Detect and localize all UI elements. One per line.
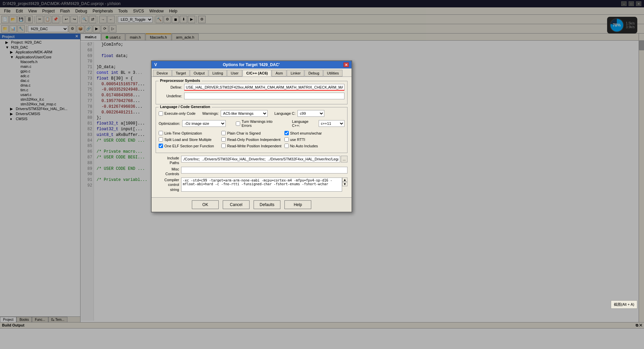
read-only-label: Read-Only Position Independent [227,138,280,142]
language-section: Language / Code Generation Execute-only … [156,107,347,153]
dialog-title-bar: V Options for Target 'f429_DAC' ✕ [152,61,352,68]
lang-row2: Optimization: -Oz image size Turn Warnin… [159,119,344,128]
warnings-label: Warnings: [202,111,219,115]
split-load-check[interactable] [159,137,163,142]
lang-c-group: Language C: c99 [274,110,324,117]
lang-c-select[interactable]: c99 [298,110,324,117]
read-write-label: Read-Write Position Independent [227,144,281,148]
dialog-ok-button[interactable]: OK [192,200,219,209]
optimization-group: Optimization: -Oz image size [159,120,226,127]
include-paths-browse[interactable]: ... [341,156,347,162]
dialog-title-text: Options for Target 'f429_DAC' [223,62,280,67]
include-paths-input[interactable] [181,156,340,162]
undefine-label: Undefine: [159,94,182,98]
dialog-cancel-button[interactable]: Cancel [223,200,250,209]
link-time-check[interactable] [159,131,163,135]
use-rtti-row[interactable]: use RTTI [284,137,344,142]
include-paths-row: IncludePaths ... [156,156,347,165]
no-auto-check[interactable] [284,144,289,148]
one-elf-check[interactable] [159,144,163,148]
warnings-group: Warnings: AC5-like Warnings [202,110,268,117]
lang-cpp-group: Language C++: c++11 [292,119,344,128]
preprocessor-label: Preprocessor Symbols [159,79,202,83]
dialog-tab-listing[interactable]: Listing [209,70,227,77]
link-time-row[interactable]: Link-Time Optimization [159,131,219,135]
short-enums-label: Short enums/wchar [290,131,322,135]
dialog-footer: OK Cancel Defaults Help [152,197,352,212]
dialog-tab-device[interactable]: Device [153,70,172,77]
undefine-row: Undefine: [159,93,344,99]
split-load-label: Split Load and Store Multiple [164,138,212,142]
no-auto-row[interactable]: No Auto Includes [284,144,344,148]
optimization-select[interactable]: -Oz image size [182,120,226,127]
compiler-control-row: Compilercontrolstring -xc -std=c99 -targ… [156,178,347,192]
dialog-close-button[interactable]: ✕ [343,62,349,67]
compiler-control-label: Compilercontrolstring [156,178,179,192]
dialog-defaults-button[interactable]: Defaults [254,200,280,209]
include-paths-label: IncludePaths [156,156,179,165]
dialog-tab-linker[interactable]: Linker [287,70,304,77]
dialog-body: Preprocessor Symbols Define: Undefine: L… [152,77,352,197]
define-label: Define: [159,85,182,89]
read-only-row[interactable]: Read-Only Position Independent [221,137,281,142]
dialog-tab-user[interactable]: User [227,70,242,77]
dialog-tab-debug[interactable]: Debug [305,70,323,77]
one-elf-row[interactable]: One ELF Section per Function [159,144,219,148]
read-write-row[interactable]: Read-Write Position Independent [221,144,281,148]
use-rtti-label: use RTTI [290,138,305,142]
preprocessor-section: Preprocessor Symbols Define: Undefine: [156,81,347,104]
misc-controls-input[interactable] [181,167,347,173]
turn-warnings-row[interactable]: Turn Warnings into Errors [236,119,282,128]
lang-row1: Execute-only Code Warnings: AC5-like War… [159,110,344,117]
language-label: Language / Code Generation [159,105,212,109]
misc-controls-label: MiscControls [156,167,179,177]
misc-controls-row: MiscControls [156,167,347,177]
one-elf-label: One ELF Section per Function [164,144,214,148]
use-rtti-check[interactable] [284,137,289,142]
define-input[interactable] [184,84,344,91]
dialog-help-button[interactable]: Help [284,200,311,209]
no-auto-label: No Auto Includes [290,144,318,148]
turn-warnings-check[interactable] [236,121,240,126]
plain-char-check[interactable] [221,131,226,135]
undefine-input[interactable] [184,93,344,99]
warnings-select[interactable]: AC5-like Warnings [221,110,268,117]
execute-only-row[interactable]: Execute-only Code [159,111,196,116]
short-enums-row[interactable]: Short enums/wchar [284,131,344,135]
dialog-tab-target[interactable]: Target [172,70,190,77]
dialog-tab-output[interactable]: Output [190,70,208,77]
lang-cpp-select[interactable]: c++11 [319,120,344,127]
optimization-label: Optimization: [159,121,180,126]
modal-overlay: V Options for Target 'f429_DAC' ✕ Device… [0,0,644,349]
short-enums-check[interactable] [284,131,289,135]
link-time-label: Link-Time Optimization [164,131,202,135]
execute-only-label: Execute-only Code [164,111,196,115]
execute-only-check[interactable] [159,111,163,116]
lang-c-label: Language C: [274,111,296,115]
compiler-control-textarea[interactable]: -xc -std=c99 -target=arm-arm-none-eabi -… [181,178,342,192]
dialog-title-icon: V [154,62,157,67]
define-row: Define: [159,84,344,91]
checkbox-grid: Link-Time Optimization Plain Char is Sig… [159,130,344,149]
compiler-scroll-down[interactable]: ▼ [342,182,347,186]
read-only-check[interactable] [221,137,226,142]
lang-cpp-label: Language C++: [292,119,317,128]
dialog-tab-asm[interactable]: Asm [272,70,286,77]
turn-warnings-label: Turn Warnings into Errors [241,119,282,128]
plain-char-row[interactable]: Plain Char is Signed [221,131,281,135]
plain-char-label: Plain Char is Signed [227,131,261,135]
split-load-row[interactable]: Split Load and Store Multiple [159,137,219,142]
compiler-scroll-up[interactable]: ▲ [342,178,347,182]
dialog-tab-ccpp[interactable]: C/C++ (AC6) [243,70,271,77]
compiler-scroll: ▲ ▼ [342,178,347,186]
options-dialog: V Options for Target 'f429_DAC' ✕ Device… [151,60,352,212]
read-write-check[interactable] [221,144,226,148]
dialog-tab-utilities[interactable]: Utilities [323,70,342,77]
screenshot-button[interactable]: 截图(Alt + A) [611,300,637,309]
dialog-tabs: Device Target Output Listing User C/C++ … [152,68,352,77]
